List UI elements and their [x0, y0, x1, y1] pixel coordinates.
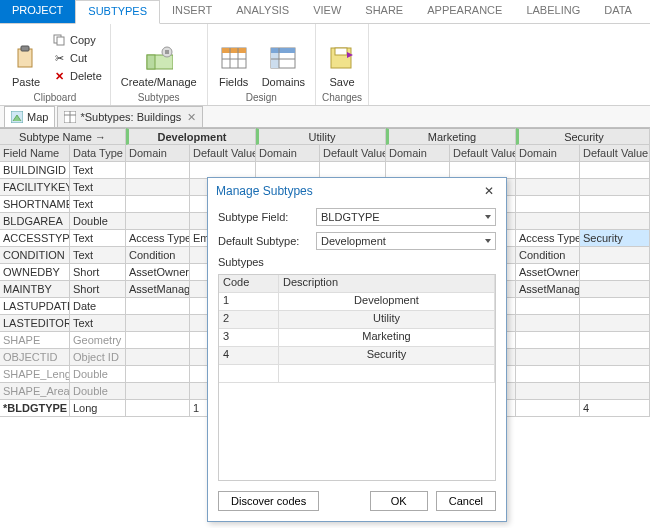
chevron-down-icon: [485, 215, 491, 219]
col-domain-1[interactable]: Domain: [256, 145, 320, 162]
doc-tab-subtypes-label: *Subtypes: Buildings: [80, 111, 181, 123]
col-default-2[interactable]: Default Value: [450, 145, 516, 162]
dialog-titlebar[interactable]: Manage Subtypes ✕: [208, 178, 506, 204]
svg-rect-15: [271, 53, 279, 68]
create-manage-label: Create/Manage: [121, 76, 197, 88]
tab-project[interactable]: PROJECT: [0, 0, 75, 23]
list-item[interactable]: 2Utility: [219, 311, 495, 329]
subtype-field-label: Subtype Field:: [218, 211, 310, 223]
fields-button[interactable]: Fields: [214, 26, 254, 90]
svg-rect-5: [147, 55, 155, 69]
subtype-field-value: BLDGTYPE: [321, 211, 380, 223]
subtypes-empty-desc[interactable]: [279, 365, 495, 383]
delete-label: Delete: [70, 70, 102, 82]
subtypes-empty-code[interactable]: [219, 365, 279, 383]
col-default-1[interactable]: Default Value: [320, 145, 386, 162]
col-domain-3[interactable]: Domain: [516, 145, 580, 162]
svg-rect-7: [165, 50, 169, 54]
chevron-down-icon: [485, 239, 491, 243]
delete-button[interactable]: ✕ Delete: [50, 68, 104, 84]
tab-subtypes[interactable]: SUBTYPES: [75, 0, 160, 24]
cut-button[interactable]: ✂ Cut: [50, 50, 104, 66]
svg-rect-19: [335, 48, 347, 55]
ribbon-body: Paste Copy ✂ Cut ✕ Delete Clipboard: [0, 24, 650, 106]
subtypes-col-code[interactable]: Code: [219, 275, 279, 293]
save-button[interactable]: Save: [322, 26, 362, 90]
grid-group-header: Subtype Name → Development Utility Marke…: [0, 128, 650, 145]
delete-icon: ✕: [52, 69, 66, 83]
subtypes-col-desc[interactable]: Description: [279, 275, 495, 293]
paste-label: Paste: [12, 76, 40, 88]
group-security[interactable]: Security: [516, 128, 650, 145]
list-item[interactable]: 4Security: [219, 347, 495, 365]
clipboard-group-label: Clipboard: [6, 90, 104, 105]
cut-label: Cut: [70, 52, 87, 64]
copy-button[interactable]: Copy: [50, 32, 104, 48]
paste-button[interactable]: Paste: [6, 26, 46, 90]
create-manage-button[interactable]: Create/Manage: [117, 26, 201, 90]
col-domain-2[interactable]: Domain: [386, 145, 450, 162]
manage-subtypes-dialog: Manage Subtypes ✕ Subtype Field: BLDGTYP…: [207, 177, 507, 522]
group-utility[interactable]: Utility: [256, 128, 386, 145]
col-domain-0[interactable]: Domain: [126, 145, 190, 162]
subtype-field-select[interactable]: BLDGTYPE: [316, 208, 496, 226]
subtype-name-header: Subtype Name →: [0, 128, 126, 145]
save-icon: [328, 44, 356, 72]
col-default-3[interactable]: Default Value: [580, 145, 650, 162]
domains-button[interactable]: Domains: [258, 26, 309, 90]
doc-tab-map[interactable]: Map: [4, 106, 55, 127]
group-development[interactable]: Development: [126, 128, 256, 145]
list-item[interactable]: 3Marketing: [219, 329, 495, 347]
dialog-close-icon[interactable]: ✕: [480, 184, 498, 198]
domains-icon: [269, 44, 297, 72]
tab-labeling[interactable]: LABELING: [514, 0, 592, 23]
cut-icon: ✂: [52, 51, 66, 65]
doc-tab-map-label: Map: [27, 111, 48, 123]
tab-insert[interactable]: INSERT: [160, 0, 224, 23]
default-subtype-select[interactable]: Development: [316, 232, 496, 250]
dialog-title-text: Manage Subtypes: [216, 184, 313, 198]
doc-tab-subtypes-buildings[interactable]: *Subtypes: Buildings ✕: [57, 106, 203, 127]
ribbon-group-changes: Save Changes: [316, 24, 369, 105]
document-tabs: Map *Subtypes: Buildings ✕: [0, 106, 650, 128]
svg-rect-1: [21, 46, 29, 51]
table-icon: [64, 111, 76, 123]
svg-rect-3: [57, 37, 64, 45]
svg-rect-14: [271, 48, 295, 53]
col-field-name[interactable]: Field Name: [0, 145, 70, 162]
tab-analysis[interactable]: ANALYSIS: [224, 0, 301, 23]
ribbon-tabs: PROJECT SUBTYPES INSERT ANALYSIS VIEW SH…: [0, 0, 650, 24]
save-label: Save: [329, 76, 354, 88]
paste-icon: [12, 44, 40, 72]
discover-codes-button[interactable]: Discover codes: [218, 491, 319, 511]
fields-icon: [220, 44, 248, 72]
tab-view[interactable]: VIEW: [301, 0, 353, 23]
changes-group-label: Changes: [322, 90, 362, 105]
close-icon[interactable]: ✕: [187, 111, 196, 124]
ok-button[interactable]: OK: [370, 491, 428, 511]
subtypes-section-label: Subtypes: [218, 256, 496, 268]
col-default-0[interactable]: Default Value: [190, 145, 256, 162]
ribbon-group-clipboard: Paste Copy ✂ Cut ✕ Delete Clipboard: [0, 24, 111, 105]
tab-data[interactable]: DATA: [592, 0, 644, 23]
subtypes-group-label: Subtypes: [117, 90, 201, 105]
default-subtype-label: Default Subtype:: [218, 235, 310, 247]
design-group-label: Design: [214, 90, 309, 105]
cancel-button[interactable]: Cancel: [436, 491, 496, 511]
ribbon-group-subtypes: Create/Manage Subtypes: [111, 24, 208, 105]
copy-icon: [52, 33, 66, 47]
tab-appearance[interactable]: APPEARANCE: [415, 0, 514, 23]
svg-rect-9: [222, 48, 246, 53]
col-data-type[interactable]: Data Type: [70, 145, 126, 162]
default-subtype-value: Development: [321, 235, 386, 247]
list-item[interactable]: 1Development: [219, 293, 495, 311]
subtypes-table: Code Description 1Development2Utility3Ma…: [218, 274, 496, 481]
grid-column-header: Field Name Data Type Domain Default Valu…: [0, 145, 650, 162]
copy-label: Copy: [70, 34, 96, 46]
create-manage-icon: [145, 44, 173, 72]
svg-rect-0: [18, 49, 32, 67]
map-icon: [11, 111, 23, 123]
domains-label: Domains: [262, 76, 305, 88]
tab-share[interactable]: SHARE: [353, 0, 415, 23]
group-marketing[interactable]: Marketing: [386, 128, 516, 145]
